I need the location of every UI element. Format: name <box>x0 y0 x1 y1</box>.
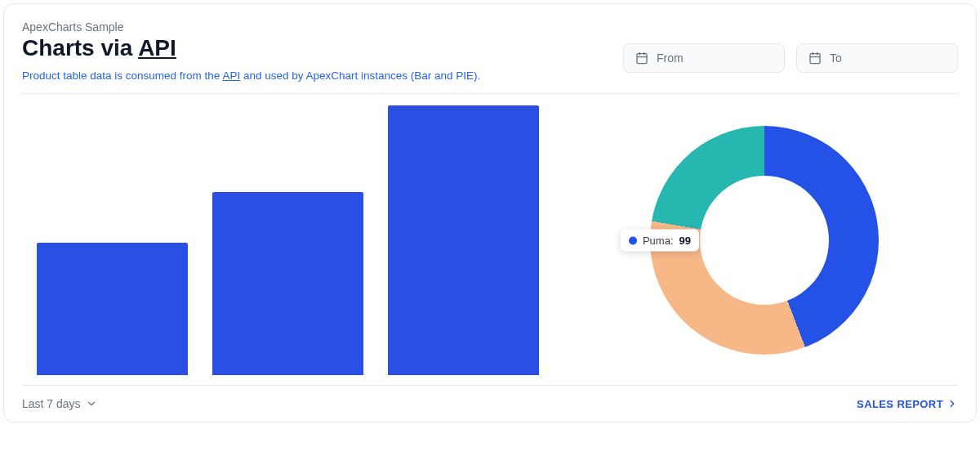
date-to-placeholder: To <box>830 51 842 65</box>
calendar-icon <box>808 51 822 65</box>
titles-block: ApexCharts Sample Charts via API Product… <box>22 20 480 93</box>
date-from-input[interactable]: From <box>623 43 785 73</box>
desc-api-link[interactable]: API <box>222 69 240 82</box>
divider <box>22 385 958 386</box>
calendar-icon <box>635 51 648 65</box>
svg-rect-0 <box>637 54 647 64</box>
chevron-right-icon <box>947 398 958 409</box>
bar[interactable] <box>212 192 363 375</box>
time-range-select[interactable]: Last 7 days <box>22 397 97 410</box>
desc-pre: Product table data is consumed from the <box>22 69 222 82</box>
donut-hole <box>700 176 829 305</box>
date-from-placeholder: From <box>657 51 684 65</box>
desc-post: and used by ApexChart instances (Bar and… <box>240 69 480 82</box>
tooltip-color-dot <box>629 236 637 244</box>
charts-container: Puma: 99 <box>22 105 958 385</box>
card-header: ApexCharts Sample Charts via API Product… <box>22 20 958 93</box>
range-label: Last 7 days <box>22 397 81 410</box>
chart-card: ApexCharts Sample Charts via API Product… <box>3 3 977 423</box>
chevron-down-icon <box>86 398 97 409</box>
chart-tooltip: Puma: 99 <box>621 230 699 252</box>
donut-chart-container: Puma: 99 <box>572 105 958 375</box>
svg-rect-4 <box>810 54 820 64</box>
card-description: Product table data is consumed from the … <box>22 69 480 82</box>
bar-chart <box>22 105 547 375</box>
date-range-controls: From To <box>623 43 958 73</box>
title-prefix: Charts via <box>22 35 138 60</box>
page-title: Charts via API <box>22 35 480 61</box>
card-footer: Last 7 days SALES REPORT <box>22 397 958 410</box>
divider <box>22 93 958 94</box>
sales-report-label: SALES REPORT <box>857 398 943 410</box>
bar[interactable] <box>37 243 188 375</box>
tooltip-label: Puma: <box>643 235 674 247</box>
bar[interactable] <box>388 105 539 375</box>
date-to-input[interactable]: To <box>796 43 958 73</box>
title-api-link[interactable]: API <box>138 35 176 60</box>
card-subtitle: ApexCharts Sample <box>22 20 480 34</box>
sales-report-link[interactable]: SALES REPORT <box>857 398 958 410</box>
tooltip-value: 99 <box>679 235 691 247</box>
